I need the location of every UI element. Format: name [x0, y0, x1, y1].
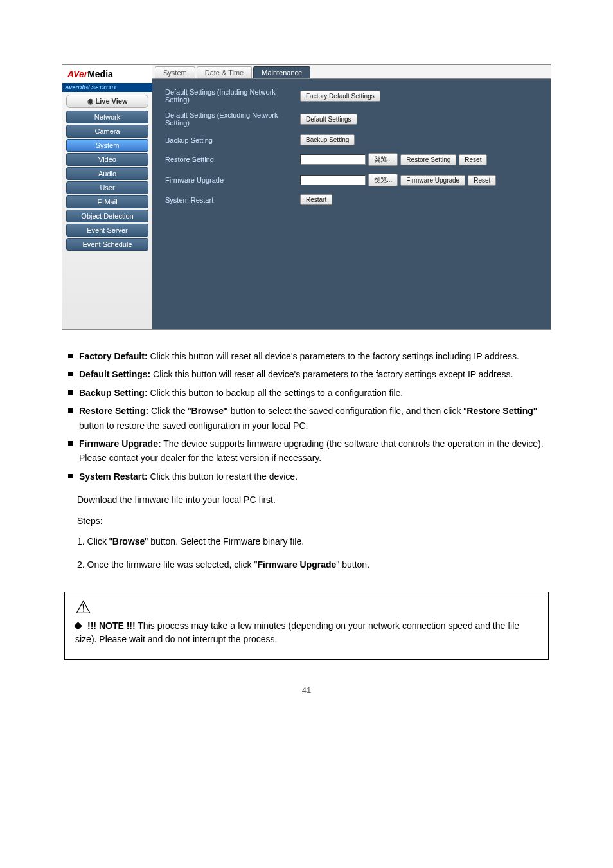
text: Click this butt: [148, 351, 204, 361]
sidebar-item-event-schedule[interactable]: Event Schedule: [66, 238, 148, 251]
note-box: ⚠ !!! NOTE !!! This process may take a f…: [64, 592, 549, 660]
main-panel: SystemDate & TimeMaintenance Default Set…: [152, 65, 551, 329]
restore-setting-button[interactable]: Restore Setting: [400, 154, 456, 165]
label-backup: Backup Setting: [165, 136, 300, 144]
list-item: Restore Setting: Click the "Browse" butt…: [68, 404, 549, 433]
sidebar-item-event-server[interactable]: Event Server: [66, 224, 148, 237]
label-restore: Restore Setting: [165, 156, 300, 163]
label-default-settings: Default Settings (Excluding Network Sett…: [165, 111, 300, 127]
tabbar: SystemDate & TimeMaintenance: [152, 65, 551, 79]
list-item: Factory Default: Click this button will …: [68, 349, 549, 363]
list-item: Firmware Upgrade: The device supports fi…: [68, 437, 549, 466]
term: Default Settings:: [79, 369, 150, 379]
restore-reset-button[interactable]: Reset: [459, 154, 487, 165]
term: System Restart:: [79, 471, 148, 482]
step: 2. Once the firmware file was selected, …: [77, 557, 549, 572]
step-num: 1.: [77, 536, 85, 547]
page-number: 41: [39, 685, 574, 695]
term: Restore Setting:: [79, 406, 148, 416]
label-firmware: Firmware Upgrade: [165, 176, 300, 184]
factory-default-button[interactable]: Factory Default Settings: [300, 91, 380, 102]
feature-list: Factory Default: Click this button will …: [64, 349, 549, 484]
steps: Steps: 1. Click "Browse" button. Select …: [77, 514, 549, 572]
text: including IP address.: [436, 351, 519, 361]
sidebar-item-user[interactable]: User: [66, 181, 148, 194]
restore-browse-button[interactable]: 찾览...: [368, 153, 398, 166]
note-text: This process may take a few minutes (dep…: [75, 620, 519, 644]
bullet-icon: [68, 372, 73, 376]
note-content: !!! NOTE !!! This process may take a few…: [75, 619, 538, 646]
sidebar-item-video[interactable]: Video: [66, 153, 148, 166]
text: Click this button will reset all device'…: [150, 369, 513, 379]
bullet-icon: [68, 354, 73, 358]
diamond-icon: [74, 622, 82, 631]
text: Click the ": [151, 406, 191, 416]
download-note: Download the firmware file into your loc…: [77, 493, 549, 507]
text: Click this button to restart the device.: [148, 471, 298, 482]
bullet-icon: [68, 474, 73, 478]
steps-intro: Steps:: [77, 514, 549, 528]
bullet-icon: [68, 390, 73, 395]
list-item: Default Settings: Click this button will…: [68, 367, 549, 381]
text: Browse": [191, 406, 228, 416]
logo-part1: AVer: [67, 69, 87, 79]
sidebar-item-object-detection[interactable]: Object Detection: [66, 210, 148, 222]
text: Once the firmware file was selected, cli…: [87, 559, 258, 570]
text: " button. Select the Firmware binary fil…: [145, 536, 304, 547]
backup-setting-button[interactable]: Backup Setting: [300, 134, 355, 145]
default-settings-button[interactable]: Default Settings: [300, 114, 357, 125]
text: Restore Setting": [466, 406, 537, 416]
label-restart: System Restart: [165, 196, 300, 204]
text: " button.: [336, 559, 369, 570]
panel-body: Default Settings (Including Network Sett…: [152, 79, 551, 222]
firmware-file-input[interactable]: [300, 175, 366, 185]
list-item: System Restart: Click this button to res…: [68, 469, 549, 484]
brand-logo: AVerMedia: [62, 65, 152, 83]
restart-button[interactable]: Restart: [300, 194, 332, 205]
document-body: Factory Default: Click this button will …: [64, 349, 549, 572]
note-label: !!! NOTE !!!: [87, 620, 136, 631]
text: on will reset all device's parameters to…: [204, 351, 436, 361]
sidebar-item-network[interactable]: Network: [66, 111, 148, 123]
label-factory-default: Default Settings (Including Network Sett…: [165, 88, 300, 104]
config-screenshot: AVerMedia AVerDiGi SF1311B ◉ Live View N…: [62, 64, 551, 330]
step-num: 2.: [77, 559, 85, 570]
sidebar: AVerMedia AVerDiGi SF1311B ◉ Live View N…: [62, 65, 152, 329]
term: Factory Default:: [79, 351, 148, 361]
tab-maintenance[interactable]: Maintenance: [253, 66, 310, 78]
step: 1. Click "Browse" button. Select the Fir…: [77, 534, 549, 548]
sidebar-item-e-mail[interactable]: E-Mail: [66, 195, 148, 208]
firmware-browse-button[interactable]: 찾览...: [368, 174, 398, 186]
text: Click this button to backup all the sett…: [148, 388, 404, 398]
bullet-icon: [68, 441, 73, 446]
sub-logo: AVerDiGi SF1311B: [62, 83, 152, 92]
restore-file-input[interactable]: [300, 154, 366, 165]
text: button to restore the saved configuratio…: [79, 420, 308, 431]
text: Firmware Upgrade: [257, 559, 336, 570]
term: Backup Setting:: [79, 388, 148, 398]
sidebar-item-camera[interactable]: Camera: [66, 125, 148, 138]
text: button to select the saved configuration…: [228, 406, 464, 416]
firmware-reset-button[interactable]: Reset: [468, 175, 496, 186]
text: Click ": [87, 536, 112, 547]
live-view-button[interactable]: ◉ Live View: [66, 95, 148, 108]
bullet-icon: [68, 408, 73, 413]
list-item: Backup Setting: Click this button to bac…: [68, 386, 549, 400]
tab-system[interactable]: System: [155, 66, 195, 78]
sidebar-item-audio[interactable]: Audio: [66, 167, 148, 180]
logo-part2: Media: [87, 69, 113, 79]
warning-icon: ⚠: [75, 599, 538, 617]
sidebar-item-system[interactable]: System: [66, 139, 148, 152]
firmware-upgrade-button[interactable]: Firmware Upgrade: [400, 175, 465, 186]
tab-date-time[interactable]: Date & Time: [197, 66, 253, 78]
term: Firmware Upgrade:: [79, 439, 161, 449]
text: Browse: [112, 536, 145, 547]
